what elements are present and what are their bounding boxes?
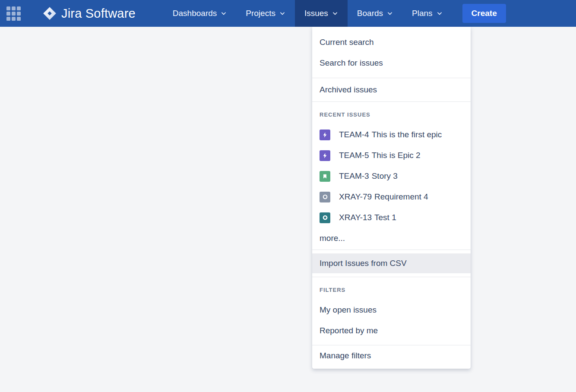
nav-item-label: Boards bbox=[357, 9, 383, 18]
menu-item-import-issues-from-csv[interactable]: Import Issues from CSV bbox=[312, 253, 471, 273]
nav-item-label: Issues bbox=[304, 9, 328, 18]
issue-label: XRAY-13 Test 1 bbox=[339, 213, 396, 222]
filters-header: FILTERS bbox=[312, 277, 471, 300]
issue-label: TEAM-4 This is the first epic bbox=[339, 130, 442, 139]
issue-key: XRAY-13 bbox=[339, 213, 372, 222]
recent-issue-team-4[interactable]: TEAM-4 This is the first epic bbox=[312, 124, 471, 145]
nav-item-label: Plans bbox=[412, 9, 433, 18]
app-switcher-button[interactable] bbox=[0, 0, 27, 27]
chevron-down-icon bbox=[387, 10, 393, 16]
menu-item-more[interactable]: more... bbox=[312, 228, 471, 249]
issue-key: XRAY-79 bbox=[339, 192, 372, 202]
issue-summary: Story 3 bbox=[372, 171, 398, 181]
jira-diamond-icon bbox=[42, 6, 57, 21]
story-icon bbox=[320, 171, 330, 182]
issue-key: TEAM-3 bbox=[339, 171, 369, 181]
nav-item-projects[interactable]: Projects bbox=[236, 0, 295, 27]
nav-item-boards[interactable]: Boards bbox=[348, 0, 402, 27]
issue-label: TEAM-3 Story 3 bbox=[339, 171, 398, 181]
issue-summary: Test 1 bbox=[374, 213, 396, 222]
recent-issues-header: RECENT ISSUES bbox=[312, 102, 471, 124]
nav-item-label: Dashboards bbox=[173, 9, 217, 18]
top-navbar: Jira Software Dashboards Projects Issues… bbox=[0, 0, 576, 27]
chevron-down-icon bbox=[437, 10, 443, 16]
issue-key: TEAM-4 bbox=[339, 130, 369, 139]
test-icon bbox=[320, 212, 330, 223]
menu-item-reported-by-me[interactable]: Reported by me bbox=[312, 320, 471, 341]
menu-item-search-for-issues[interactable]: Search for issues bbox=[312, 53, 471, 73]
app-grid-icon bbox=[6, 6, 21, 21]
issue-key: TEAM-5 bbox=[339, 151, 369, 160]
nav-item-label: Projects bbox=[246, 9, 275, 18]
recent-issue-xray-13[interactable]: XRAY-13 Test 1 bbox=[312, 207, 471, 228]
chevron-down-icon bbox=[332, 10, 338, 16]
issue-summary: Requirement 4 bbox=[374, 192, 428, 202]
issue-label: XRAY-79 Requirement 4 bbox=[339, 192, 428, 202]
chevron-down-icon bbox=[221, 10, 227, 16]
epic-icon bbox=[320, 130, 330, 140]
nav-item-issues[interactable]: Issues bbox=[295, 0, 348, 27]
recent-issue-team-5[interactable]: TEAM-5 This is Epic 2 bbox=[312, 145, 471, 166]
issue-label: TEAM-5 This is Epic 2 bbox=[339, 151, 421, 160]
recent-issue-team-3[interactable]: TEAM-3 Story 3 bbox=[312, 166, 471, 187]
requirement-icon bbox=[320, 192, 330, 202]
issue-summary: This is Epic 2 bbox=[372, 151, 421, 160]
epic-icon bbox=[320, 150, 330, 161]
primary-nav: Dashboards Projects Issues Boards Plans bbox=[163, 0, 452, 27]
create-button[interactable]: Create bbox=[462, 4, 506, 23]
nav-item-dashboards[interactable]: Dashboards bbox=[163, 0, 236, 27]
menu-item-archived-issues[interactable]: Archived issues bbox=[312, 79, 471, 100]
nav-item-plans[interactable]: Plans bbox=[402, 0, 452, 27]
menu-item-my-open-issues[interactable]: My open issues bbox=[312, 300, 471, 320]
menu-item-current-search[interactable]: Current search bbox=[312, 32, 471, 53]
chevron-down-icon bbox=[279, 10, 285, 16]
jira-logo[interactable]: Jira Software bbox=[42, 6, 136, 21]
issues-dropdown-menu: Current search Search for issues Archive… bbox=[312, 27, 471, 369]
recent-issue-xray-79[interactable]: XRAY-79 Requirement 4 bbox=[312, 187, 471, 207]
issue-summary: This is the first epic bbox=[372, 130, 442, 139]
logo-text: Jira Software bbox=[61, 6, 136, 21]
menu-item-manage-filters[interactable]: Manage filters bbox=[312, 345, 471, 366]
